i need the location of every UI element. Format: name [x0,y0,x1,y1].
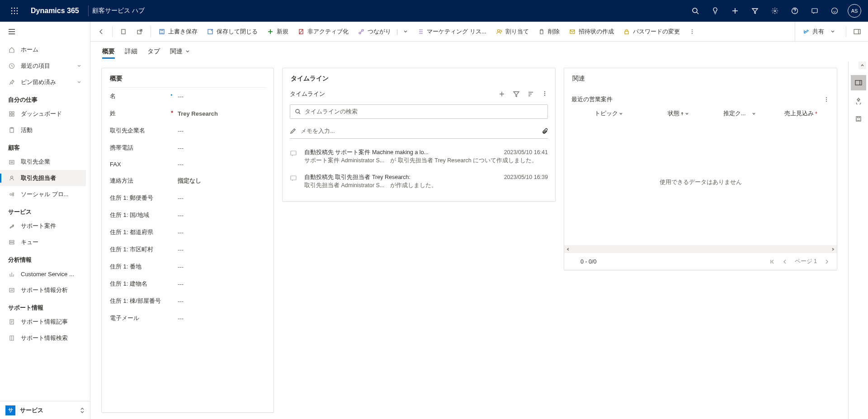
overflow-button[interactable] [685,24,699,39]
column-header[interactable]: 推定ク... [711,110,769,118]
svg-point-10 [774,10,776,12]
form-field[interactable]: 連絡方法指定なし [102,172,274,189]
form-field[interactable]: 姓*Trey Research [102,105,274,122]
svg-point-0 [11,8,13,9]
sidebar-item[interactable]: Customer Service ... [0,266,86,282]
sidebar-item[interactable]: サポート情報分析 [0,282,86,298]
sidebar-item[interactable]: サポート情報記事 [0,314,86,330]
save-close-button[interactable]: 保存して閉じる [203,24,261,39]
tab-related[interactable]: 関連 [170,42,190,61]
sidebar-item[interactable]: サポート案件 [0,218,86,234]
create-invitation-button[interactable]: 招待状の作成 [565,24,618,39]
svg-rect-12 [812,9,817,13]
sidebar-item[interactable]: 活動 [0,122,86,138]
share-button[interactable]: 共有 [799,24,839,39]
filter-icon[interactable] [745,0,765,22]
timeline-search-input[interactable]: タイムラインの検索 [290,104,548,119]
hamburger-icon[interactable] [8,28,15,35]
timeline-sort-button[interactable] [527,90,534,98]
assistant-pane-button[interactable] [851,93,866,108]
field-value: Trey Research [178,110,265,117]
column-header[interactable]: 状態 [650,110,707,118]
sidebar-item[interactable]: ダッシュボード [0,106,86,122]
svg-point-45 [544,93,545,94]
svg-point-1 [14,8,15,9]
next-page-icon[interactable] [824,259,830,264]
add-icon[interactable] [725,0,745,22]
help-icon[interactable] [785,0,805,22]
user-avatar[interactable]: AS [844,0,864,22]
form-field[interactable]: 住所 1: 棟/部屋番号--- [102,292,274,310]
form-field[interactable]: 住所 1: 国/地域--- [102,207,274,224]
form-field[interactable]: 電子メール--- [102,310,274,327]
field-value: --- [178,246,265,253]
column-header[interactable]: トピック [571,110,646,118]
attachment-button[interactable] [542,128,548,134]
horizontal-scrollbar[interactable] [564,245,837,253]
company-icon [8,158,15,165]
assign-button[interactable]: 割り当て [492,24,533,39]
new-button[interactable]: 新規 [263,24,292,39]
sidebar-item[interactable]: キュー [0,234,86,250]
tab-details[interactable]: 詳細 [125,42,137,61]
brand-label[interactable]: Dynamics 365 [25,7,85,15]
related-grid-title: 最近の営業案件 [571,95,613,104]
form-field[interactable]: 名✦--- [102,88,274,105]
save-pane-button[interactable] [851,111,866,127]
svg-point-51 [826,99,827,100]
app-launcher-icon[interactable] [4,0,25,22]
svg-rect-16 [12,112,14,113]
smiley-icon[interactable] [825,0,844,22]
timeline-add-button[interactable] [498,90,505,98]
gear-icon[interactable] [765,0,785,22]
lightbulb-icon[interactable] [705,0,725,22]
sidebar-item[interactable]: ソーシャル プロ... [0,186,86,202]
sidebar-item[interactable]: サポート情報検索 [0,330,86,346]
sidebar-home[interactable]: ホーム [0,42,86,58]
form-field[interactable]: 住所 1: 都道府県--- [102,224,274,241]
field-value: --- [178,161,265,168]
sidebar-pinned[interactable]: ピン留め済み [0,74,86,90]
timeline-more-button[interactable] [542,90,548,98]
back-button[interactable] [94,24,108,39]
messenger-icon[interactable] [805,0,825,22]
popout-button[interactable] [132,24,147,39]
prev-page-icon[interactable] [782,259,788,264]
area-switcher[interactable]: サ サービス [0,401,90,419]
marketing-list-button[interactable]: マーケティング リス... [413,24,490,39]
timeline-entry[interactable]: 自動投稿先 取引先担当者 Trey Research:2023/05/10 16… [283,170,555,195]
sidebar-item[interactable]: 取引先担当者 [0,170,86,186]
delete-button[interactable]: 削除 [534,24,563,39]
form-field[interactable]: 携帯電話--- [102,139,274,156]
column-header[interactable]: 売上見込み* [772,110,830,118]
pager-range: 0 - 0/0 [580,259,596,265]
form-field[interactable]: FAX--- [102,156,274,172]
record-set-button[interactable] [116,24,131,39]
scroll-up-button[interactable] [859,61,866,69]
field-label: 住所 1: 建物名 [110,280,178,288]
form-field[interactable]: 住所 1: 郵便番号--- [102,189,274,207]
form-field[interactable]: 取引先企業名--- [102,122,274,139]
deactivate-button[interactable]: 非アクティブ化 [294,24,352,39]
save-button[interactable]: 上書き保存 [155,24,201,39]
field-value: --- [178,145,265,151]
form-field[interactable]: 住所 1: 番地--- [102,258,274,275]
search-icon[interactable] [685,0,705,22]
connect-button[interactable]: つながり| [354,24,411,39]
timeline-note-input[interactable]: メモを入力... [290,123,548,139]
change-password-button[interactable]: パスワードの変更 [619,24,684,39]
svg-rect-48 [291,151,296,155]
side-pane-button[interactable] [850,24,864,39]
tab-overview[interactable]: 概要 [102,42,115,61]
related-pane-button[interactable] [851,75,866,90]
timeline-filter-button[interactable] [513,90,520,98]
form-field[interactable]: 住所 1: 市区町村--- [102,241,274,258]
form-field[interactable]: 住所 1: 建物名--- [102,275,274,292]
svg-point-3 [11,10,13,12]
timeline-entry[interactable]: 自動投稿先 サポート案件 Machine making a lo...2023/… [283,145,555,170]
sidebar-recent[interactable]: 最近の項目 [0,58,86,74]
tab-tab[interactable]: タブ [147,42,160,61]
sidebar-item[interactable]: 取引先企業 [0,154,86,170]
first-page-icon[interactable] [769,259,775,264]
related-more-button[interactable] [823,96,830,103]
